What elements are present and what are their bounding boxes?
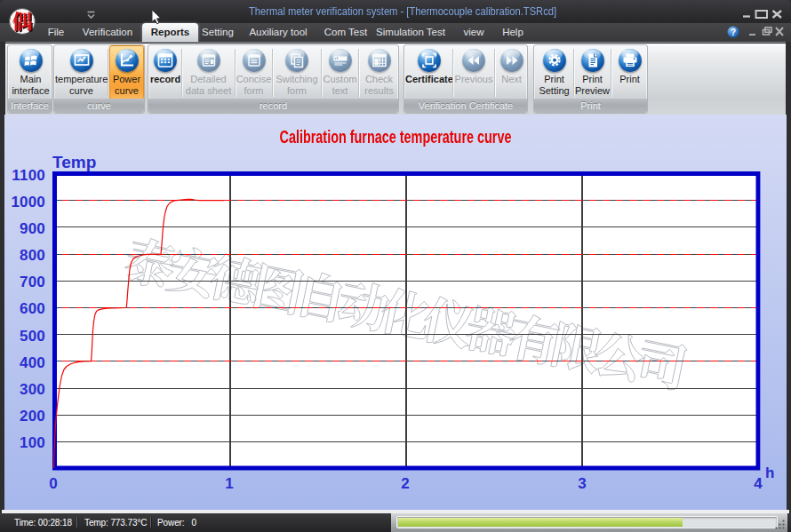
svg-text:?: ? (731, 28, 736, 37)
